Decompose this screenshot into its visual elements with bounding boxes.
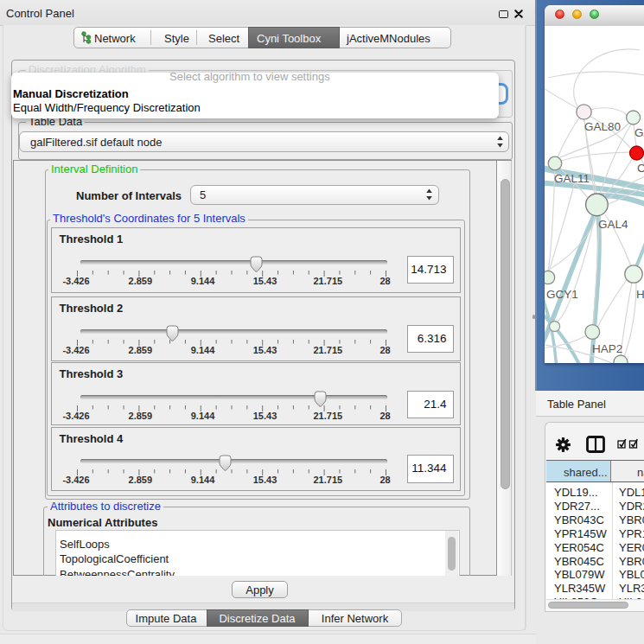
svg-text:GAL80: GAL80 [584,120,621,133]
svg-text:GA: GA [634,126,644,139]
svg-text:GAL11: GAL11 [554,172,590,185]
svg-text:HAP2: HAP2 [592,342,622,355]
svg-text:GAL4: GAL4 [598,218,628,231]
svg-text:C: C [637,162,644,175]
svg-text:H: H [636,288,644,301]
svg-text:GCY1: GCY1 [546,288,578,301]
